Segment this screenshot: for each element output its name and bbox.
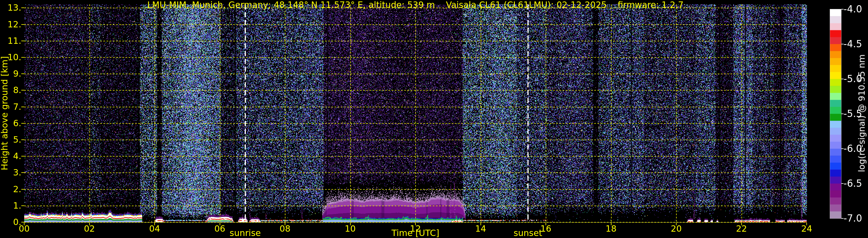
sunrise-annotation: sunrise	[230, 228, 261, 238]
y-tick-label: 12.	[0, 19, 21, 29]
y-tick-label: 11.	[0, 36, 21, 46]
x-tick-label: 06	[214, 224, 225, 234]
colorbar-tick-label: -6.0	[843, 143, 862, 154]
y-tick-label: 1.	[0, 201, 21, 211]
x-tick-label: 04	[149, 224, 160, 234]
figure-title: LMU-MIM, Munich, Germany; 48.148° N 11.5…	[24, 0, 807, 10]
x-tick-label: 22	[736, 224, 747, 234]
y-tick-label: 4.	[0, 151, 21, 161]
y-tick-label: 6.	[0, 118, 21, 128]
y-tick-label: 3.	[0, 168, 21, 178]
colorbar-tick-label: -5.5	[843, 108, 862, 119]
colorbar-tick-label: -5.0	[843, 73, 862, 84]
plot-canvas	[0, 0, 868, 238]
colorbar-tick-label: -4.5	[843, 38, 862, 50]
x-tick-label: 08	[280, 224, 290, 234]
y-tick-label: 13.	[0, 3, 21, 13]
x-tick-label: 14	[475, 224, 486, 234]
x-tick-label: 18	[606, 224, 616, 234]
x-tick-label: 10	[345, 224, 355, 234]
ceilometer-quicklook-figure: LMU-MIM, Munich, Germany; 48.148° N 11.5…	[0, 0, 868, 238]
y-tick-label: 2.	[0, 184, 21, 194]
y-tick-label: 8.	[0, 85, 21, 95]
y-tick-label: 10.	[0, 52, 21, 62]
x-tick-label: 24	[801, 224, 812, 234]
x-tick-label: 02	[84, 224, 95, 234]
x-tick-label: 20	[671, 224, 682, 234]
y-tick-label: 7.	[0, 102, 21, 112]
y-tick-label: 9.	[0, 68, 21, 79]
colorbar-tick-label: -6.5	[843, 178, 862, 189]
y-tick-label: 0.	[0, 217, 21, 227]
sunset-annotation: sunset	[514, 228, 542, 238]
x-tick-label: 16	[540, 224, 551, 234]
colorbar-tick-label: -7.0	[843, 213, 862, 224]
y-tick-label: 5.	[0, 135, 21, 145]
colorbar-tick-label: -4.0	[843, 3, 862, 15]
x-tick-label: 12	[410, 224, 421, 234]
